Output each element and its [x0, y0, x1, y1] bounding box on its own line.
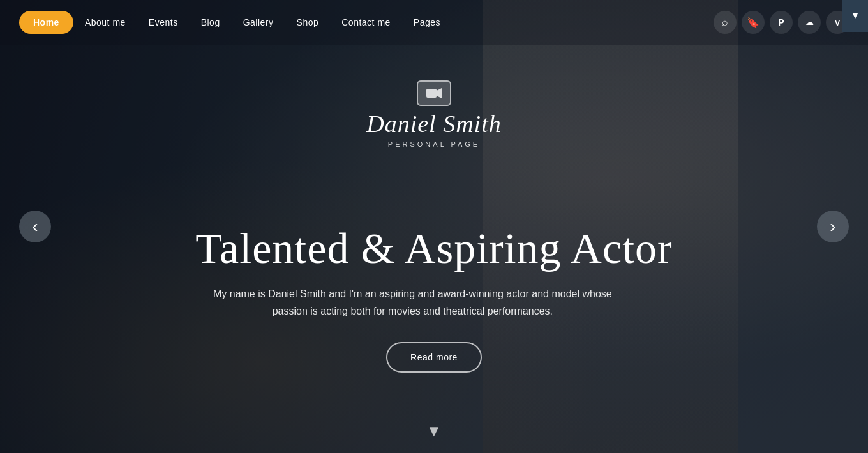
hero-section: Home About me Events Blog Gallery Shop C…: [0, 0, 868, 453]
logo-name: Daniel Smith: [366, 111, 501, 138]
nav-item-about[interactable]: About me: [73, 12, 137, 33]
nav-item-home[interactable]: Home: [19, 11, 73, 34]
search-icon: ⌕: [722, 17, 728, 28]
soundcloud-icon: ☁: [805, 17, 814, 27]
nav-item-gallery[interactable]: Gallery: [232, 12, 285, 33]
arrow-right-icon: ›: [830, 218, 835, 235]
svg-marker-1: [437, 88, 442, 98]
vimeo-icon: V: [835, 18, 841, 27]
nav-item-events[interactable]: Events: [137, 12, 190, 33]
nav-item-shop[interactable]: Shop: [285, 12, 331, 33]
logo-subtitle: PERSONAL PAGE: [388, 140, 480, 148]
arrow-left-icon: ‹: [32, 218, 38, 235]
logo-icon: [417, 80, 451, 106]
video-camera-icon: [426, 87, 442, 99]
scroll-down-btn[interactable]: ▼: [426, 423, 442, 440]
nav-menu: Home About me Events Blog Gallery Shop C…: [19, 11, 714, 34]
bookmark-icon-btn[interactable]: 🔖: [742, 11, 765, 34]
nav-icons: ⌕ 🔖 P ☁ V: [714, 11, 849, 34]
nav-item-pages[interactable]: Pages: [402, 12, 452, 33]
logo-area: Daniel Smith PERSONAL PAGE: [195, 80, 672, 148]
nav-item-contact[interactable]: Contact me: [330, 12, 402, 33]
search-icon-btn[interactable]: ⌕: [714, 11, 737, 34]
sidebar-toggle[interactable]: ▼: [842, 0, 868, 32]
nav-item-blog[interactable]: Blog: [190, 12, 232, 33]
pinterest-icon-btn[interactable]: P: [770, 11, 793, 34]
bookmark-icon: 🔖: [747, 17, 760, 29]
hero-content: Daniel Smith PERSONAL PAGE Talented & As…: [183, 80, 685, 373]
pinterest-icon: P: [778, 17, 784, 27]
main-nav: Home About me Events Blog Gallery Shop C…: [0, 0, 868, 45]
read-more-button[interactable]: Read more: [386, 342, 482, 373]
soundcloud-icon-btn[interactable]: ☁: [798, 11, 821, 34]
chevron-down-icon: ▼: [426, 423, 442, 440]
hero-title: Talented & Aspiring Actor: [195, 225, 672, 272]
sidebar-toggle-icon: ▼: [851, 11, 860, 21]
carousel-prev-btn[interactable]: ‹: [19, 211, 51, 242]
carousel-next-btn[interactable]: ›: [817, 211, 849, 242]
hero-description: My name is Daniel Smith and I'm an aspir…: [195, 285, 629, 320]
svg-rect-0: [426, 89, 437, 98]
